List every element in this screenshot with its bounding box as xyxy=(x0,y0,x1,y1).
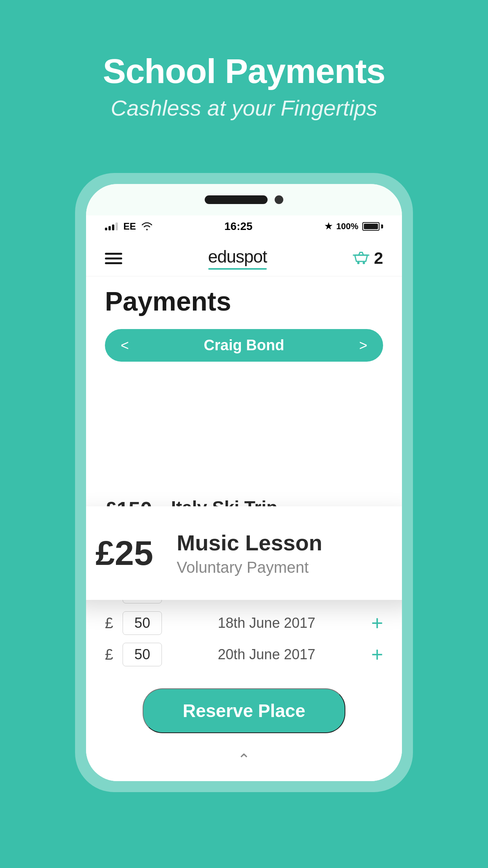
basket-icon xyxy=(353,250,369,266)
prev-student-button[interactable]: < xyxy=(121,337,129,354)
header-section: School Payments Cashless at your Fingert… xyxy=(0,0,488,121)
signal-bar-3 xyxy=(112,224,114,230)
logo-underline xyxy=(208,268,267,270)
cart-button[interactable]: 2 xyxy=(353,249,383,268)
installment-date-3: 20th June 2017 xyxy=(171,646,361,663)
page-title: Payments xyxy=(105,286,383,316)
installment-row-3: £ 50 20th June 2017 + xyxy=(105,643,383,666)
svg-point-1 xyxy=(363,262,365,264)
card-spacer xyxy=(86,371,402,481)
add-installment-3-button[interactable]: + xyxy=(371,644,383,665)
student-selector-pill[interactable]: < Craig Bond > xyxy=(105,329,383,362)
music-lesson-card: £25 Music Lesson Voluntary Payment xyxy=(86,506,402,600)
phone-speaker xyxy=(205,195,268,204)
bluetooth-icon: ★ xyxy=(325,221,332,232)
chevron-up-icon[interactable]: ⌃ xyxy=(237,750,251,769)
student-name: Craig Bond xyxy=(204,337,284,354)
card-title: Music Lesson xyxy=(177,530,393,555)
wifi-icon xyxy=(141,222,152,231)
amount-box-2[interactable]: 50 xyxy=(123,611,162,635)
hamburger-line-3 xyxy=(105,262,122,264)
carrier-name: EE xyxy=(123,221,136,232)
hamburger-menu-button[interactable] xyxy=(105,253,122,264)
phone-top-bar xyxy=(86,184,402,215)
signal-bar-2 xyxy=(108,226,111,230)
phone-mockup: EE 16:25 ★ 100% xyxy=(75,173,413,792)
header-title: School Payments xyxy=(0,51,488,91)
status-time: 16:25 xyxy=(224,220,253,233)
cart-count: 2 xyxy=(374,249,383,268)
battery-percent: 100% xyxy=(336,221,358,232)
status-right: ★ 100% xyxy=(325,221,383,232)
pound-symbol-2: £ xyxy=(105,615,113,632)
page-title-area: Payments xyxy=(86,276,402,323)
app-logo: eduspot xyxy=(208,247,267,267)
reserve-place-button[interactable]: Reserve Place xyxy=(143,688,345,733)
phone-camera xyxy=(275,195,283,204)
hamburger-line-1 xyxy=(105,253,122,255)
bottom-chevron-area[interactable]: ⌃ xyxy=(86,743,402,781)
student-selector: < Craig Bond > xyxy=(86,323,402,371)
card-subtitle: Voluntary Payment xyxy=(177,559,393,576)
status-bar: EE 16:25 ★ 100% xyxy=(86,215,402,237)
app-nav-header: eduspot 2 xyxy=(86,237,402,276)
battery-icon xyxy=(362,222,383,231)
header-subtitle: Cashless at your Fingertips xyxy=(0,95,488,121)
svg-point-0 xyxy=(357,262,360,264)
installment-row-2: £ 50 18th June 2017 + xyxy=(105,611,383,635)
phone-inner-frame: EE 16:25 ★ 100% xyxy=(86,184,402,781)
next-student-button[interactable]: > xyxy=(359,337,367,354)
signal-bar-1 xyxy=(105,228,107,230)
add-installment-2-button[interactable]: + xyxy=(371,613,383,633)
phone-outer-frame: EE 16:25 ★ 100% xyxy=(75,173,413,792)
status-left: EE xyxy=(105,221,152,232)
card-details: Music Lesson Voluntary Payment xyxy=(177,530,393,576)
signal-icon xyxy=(105,223,118,230)
card-price: £25 xyxy=(95,533,153,573)
signal-bar-4 xyxy=(116,223,118,230)
pound-symbol-3: £ xyxy=(105,646,113,663)
reserve-area: Reserve Place xyxy=(86,680,402,743)
app-logo-container: eduspot xyxy=(208,247,267,270)
app-background: School Payments Cashless at your Fingert… xyxy=(0,0,488,868)
hamburger-line-2 xyxy=(105,257,122,259)
installment-date-2: 18th June 2017 xyxy=(171,615,361,631)
amount-box-3[interactable]: 50 xyxy=(123,643,162,666)
